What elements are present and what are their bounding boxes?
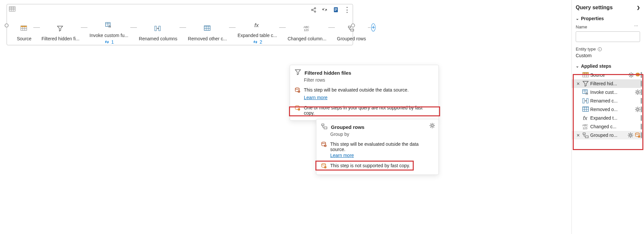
abc123-icon: [582, 124, 588, 130]
table-yellow-icon: [582, 72, 588, 78]
db-warn-icon: [321, 141, 327, 148]
gear-icon[interactable]: [628, 132, 633, 138]
name-input[interactable]: [576, 31, 640, 42]
learn-more-link[interactable]: Learn more: [304, 95, 328, 100]
db-orange-icon: [295, 105, 301, 112]
tooltip-subtitle: Group by: [330, 132, 433, 137]
step-name: Source: [590, 72, 626, 78]
info-icon[interactable]: i: [598, 47, 602, 51]
name-more-button[interactable]: ...: [634, 22, 638, 27]
diagram-step[interactable]: Grouped rows: [336, 25, 367, 41]
applied-step-item[interactable]: ✕Grouped ro...: [572, 131, 643, 139]
step-label: Removed other c...: [188, 36, 227, 41]
step-label: Invoke custom fu...: [89, 33, 128, 38]
abc123-icon: [304, 25, 311, 33]
step-badge: 2: [252, 39, 262, 45]
table-blue-icon: [204, 25, 211, 33]
gear-icon[interactable]: [635, 89, 640, 96]
fx-table-icon: [105, 22, 113, 30]
tooltip-grouped-rows: Grouped rows Group by This step will be …: [316, 119, 439, 175]
gear-icon[interactable]: [635, 106, 640, 113]
entity-type-value: Custom: [572, 53, 644, 61]
db-warn-icon: [295, 87, 301, 94]
step-label: Source: [17, 36, 31, 41]
applied-step-item[interactable]: Invoke cust...: [572, 88, 643, 97]
close-icon[interactable]: ✕: [576, 81, 580, 86]
step-label: Changed column...: [288, 36, 327, 41]
db-orange-icon: [321, 163, 327, 170]
rename-cols-icon: [582, 98, 588, 104]
diagram-step[interactable]: Invoke custom fu... 1: [88, 22, 130, 45]
entity-type-label: Entity type: [576, 47, 596, 52]
tooltip-subtitle: Filter rows: [304, 77, 433, 83]
group-icon: [321, 123, 328, 131]
section-label: Properties: [581, 16, 604, 21]
fx-table-icon: [582, 89, 588, 96]
step-name: Removed o...: [590, 107, 633, 112]
chevron-right-icon[interactable]: ❯: [637, 5, 640, 10]
step-indicator: [641, 115, 642, 121]
applied-steps-section[interactable]: ⌄ Applied steps: [572, 61, 644, 71]
applied-step-item[interactable]: Changed c...: [572, 122, 643, 131]
db-orange-icon: [635, 132, 640, 138]
diagram-step[interactable]: Expanded table c... 2: [236, 22, 278, 45]
step-name: Grouped ro...: [590, 133, 626, 138]
step-badge: 1: [104, 39, 114, 45]
diagram-step[interactable]: Renamed columns: [138, 25, 179, 41]
diagram-step[interactable]: Removed other c...: [187, 25, 228, 41]
diagram-panel: ⋮ Source Filtered hidden fi... Invoke cu…: [7, 4, 353, 45]
db-yellow-icon: [635, 72, 640, 78]
applied-step-item[interactable]: Removed o...: [572, 105, 643, 114]
gear-icon[interactable]: [628, 72, 633, 78]
warning-text: This step will be evaluated outside the …: [304, 87, 409, 93]
step-name: Invoke cust...: [590, 90, 633, 95]
name-label: Name: [572, 23, 644, 31]
table-yellow-icon: [20, 25, 28, 33]
gear-icon[interactable]: [429, 123, 435, 130]
fx-icon: [254, 22, 261, 30]
step-indicator: [641, 132, 642, 138]
close-icon[interactable]: ✕: [576, 133, 580, 138]
learn-more-link[interactable]: Learn more: [330, 153, 354, 158]
step-indicator: [641, 89, 642, 95]
query-settings-panel: Query settings ❯ ⌄ Properties Name ... E…: [571, 0, 644, 234]
applied-step-item[interactable]: Expanded t...: [572, 114, 643, 122]
share-icon[interactable]: [310, 7, 317, 13]
diagram-step[interactable]: Changed column...: [286, 25, 328, 41]
collapse-icon[interactable]: [322, 7, 328, 13]
diagram-step[interactable]: Filtered hidden fi...: [41, 25, 80, 41]
filter-icon: [57, 25, 64, 33]
step-label: Grouped rows: [337, 36, 366, 41]
filter-icon: [582, 81, 588, 87]
step-label: Expanded table c...: [238, 33, 277, 38]
diagram-step[interactable]: Source: [16, 25, 33, 41]
applied-step-item[interactable]: ✕Filtered hid...: [572, 79, 643, 88]
step-name: Filtered hid...: [590, 81, 640, 86]
step-indicator: [641, 98, 642, 104]
doc-icon[interactable]: [333, 7, 339, 13]
rename-cols-icon: [154, 25, 162, 33]
filter-icon: [295, 69, 301, 77]
fastcopy-text: This step is not supported by fast copy.: [330, 163, 410, 168]
step-name: Renamed c...: [590, 98, 640, 103]
step-name: Expanded t...: [590, 115, 640, 121]
group-icon: [582, 132, 588, 138]
properties-section[interactable]: ⌄ Properties: [572, 14, 644, 23]
tooltip-title: Filtered hidden files: [305, 70, 351, 76]
table-blue-icon: [582, 106, 588, 113]
port-left: [5, 23, 9, 27]
step-indicator: [641, 106, 642, 112]
fastcopy-text: One or more steps in your query are not …: [304, 105, 433, 116]
add-step-button[interactable]: +: [371, 23, 375, 31]
section-label: Applied steps: [581, 63, 611, 69]
step-label: Filtered hidden fi...: [42, 36, 80, 41]
applied-step-item[interactable]: Renamed c...: [572, 97, 643, 105]
warning-text: This step will be evaluated outside the …: [330, 141, 433, 152]
group-icon: [348, 25, 355, 33]
tooltip-filtered-hidden-files: Filtered hidden files Filter rows This s…: [290, 65, 439, 121]
more-icon[interactable]: ⋮: [343, 6, 351, 14]
step-indicator: [641, 124, 642, 130]
applied-step-item[interactable]: Source: [572, 71, 643, 79]
step-label: Renamed columns: [139, 36, 177, 41]
step-name: Changed c...: [590, 124, 640, 129]
